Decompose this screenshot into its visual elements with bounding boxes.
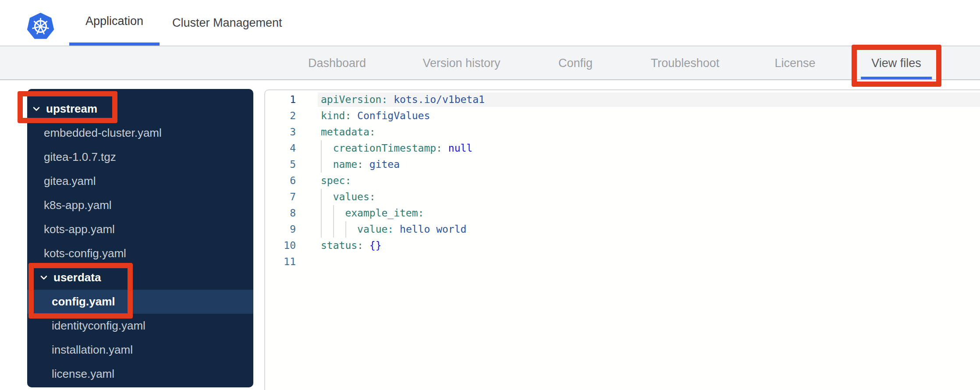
nav-tab-label: Troubleshoot bbox=[651, 57, 720, 70]
code-line: apiVersion: kots.io/v1beta1 bbox=[321, 92, 980, 108]
nav-tab-config[interactable]: Config bbox=[558, 47, 593, 79]
tree-file-config-yaml[interactable]: config.yaml bbox=[27, 290, 253, 314]
chevron-down-icon bbox=[40, 275, 47, 280]
tree-file-identityconfig-yaml[interactable]: identityconfig.yaml bbox=[27, 314, 253, 338]
line-number: 11 bbox=[265, 254, 296, 270]
nav-tab-view-files[interactable]: View files bbox=[871, 47, 921, 79]
code-line: name: gitea bbox=[321, 156, 980, 173]
tab-application[interactable]: Application bbox=[69, 0, 160, 46]
nav-tab-label: Dashboard bbox=[308, 57, 366, 70]
folder-label: upstream bbox=[46, 102, 97, 116]
tree-file-kots-app-yaml[interactable]: kots-app.yaml bbox=[27, 217, 253, 241]
line-number: 1 bbox=[265, 92, 296, 108]
file-label: installation.yaml bbox=[52, 343, 133, 357]
file-label: gitea.yaml bbox=[44, 174, 96, 188]
file-label: identityconfig.yaml bbox=[52, 319, 146, 333]
tree-file-license-yaml[interactable]: license.yaml bbox=[27, 362, 253, 386]
file-label: config.yaml bbox=[52, 295, 115, 308]
code-line: creationTimestamp: null bbox=[321, 140, 980, 156]
nav-tab-label: View files bbox=[871, 57, 921, 70]
folder-label: userdata bbox=[53, 271, 101, 284]
line-number: 7 bbox=[265, 189, 296, 205]
tree-file-k8s-app-yaml[interactable]: k8s-app.yaml bbox=[27, 193, 253, 217]
tree-file-embedded-cluster-yaml[interactable]: embedded-cluster.yaml bbox=[27, 121, 253, 145]
tree-file-gitea-yaml[interactable]: gitea.yaml bbox=[27, 169, 253, 193]
file-viewer-editor[interactable]: 1234567891011 apiVersion: kots.io/v1beta… bbox=[264, 89, 980, 390]
tree-file-gitea-1-0-7-tgz[interactable]: gitea-1.0.7.tgz bbox=[27, 145, 253, 169]
nav-tab-label: Version history bbox=[423, 57, 500, 70]
file-label: k8s-app.yaml bbox=[44, 199, 112, 212]
app-nav-tabs: DashboardVersion historyConfigTroublesho… bbox=[0, 47, 980, 80]
editor-code: apiVersion: kots.io/v1beta1kind: ConfigV… bbox=[321, 92, 980, 270]
code-line: kind: ConfigValues bbox=[321, 108, 980, 124]
tree-folder-userdata[interactable]: userdata bbox=[27, 266, 253, 290]
line-number: 3 bbox=[265, 124, 296, 140]
tree-file-installation-yaml[interactable]: installation.yaml bbox=[27, 338, 253, 362]
nav-tab-dashboard[interactable]: Dashboard bbox=[308, 47, 366, 79]
nav-tab-version-history[interactable]: Version history bbox=[423, 47, 500, 79]
active-tab-underline bbox=[861, 77, 932, 79]
line-number: 8 bbox=[265, 205, 296, 221]
nav-tab-label: Config bbox=[558, 57, 593, 70]
code-line: example_item: bbox=[321, 205, 980, 221]
file-label: embedded-cluster.yaml bbox=[44, 126, 162, 140]
code-line bbox=[321, 254, 980, 270]
topbar: ApplicationCluster Management bbox=[0, 0, 980, 46]
line-number: 9 bbox=[265, 221, 296, 238]
editor-line-numbers: 1234567891011 bbox=[265, 92, 296, 270]
line-number: 5 bbox=[265, 156, 296, 173]
code-line: status: {} bbox=[321, 238, 980, 254]
code-line: value: hello world bbox=[321, 221, 980, 238]
line-number: 2 bbox=[265, 108, 296, 124]
code-line: metadata: bbox=[321, 124, 980, 140]
chevron-down-icon bbox=[33, 106, 40, 111]
file-label: kots-config.yaml bbox=[44, 247, 126, 260]
line-number: 10 bbox=[265, 238, 296, 254]
tab-cluster-management[interactable]: Cluster Management bbox=[172, 0, 282, 46]
line-number: 4 bbox=[265, 140, 296, 156]
file-label: license.yaml bbox=[52, 367, 114, 381]
tree-file-kots-config-yaml[interactable]: kots-config.yaml bbox=[27, 241, 253, 266]
code-line: spec: bbox=[321, 173, 980, 189]
nav-tab-license[interactable]: License bbox=[774, 47, 815, 79]
kubernetes-logo-icon bbox=[27, 11, 54, 41]
nav-tab-troubleshoot[interactable]: Troubleshoot bbox=[651, 47, 720, 79]
file-label: gitea-1.0.7.tgz bbox=[44, 150, 116, 164]
line-number: 6 bbox=[265, 173, 296, 189]
file-label: kots-app.yaml bbox=[44, 223, 115, 236]
tree-folder-upstream[interactable]: upstream bbox=[27, 97, 253, 121]
nav-tab-label: License bbox=[774, 57, 815, 70]
file-tree-sidebar: upstreamembedded-cluster.yamlgitea-1.0.7… bbox=[27, 89, 253, 387]
code-line: values: bbox=[321, 189, 980, 205]
